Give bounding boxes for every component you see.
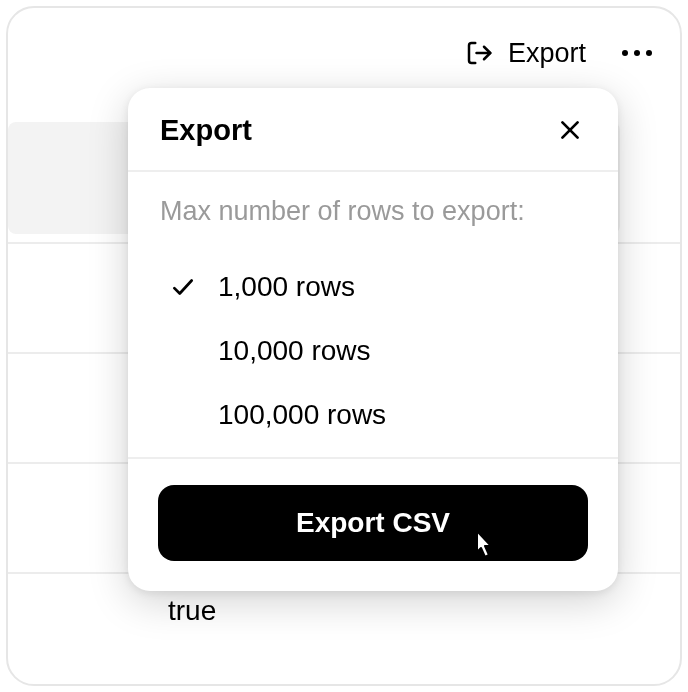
row-option-10000[interactable]: 10,000 rows (160, 319, 586, 383)
toolbar: Export (8, 8, 680, 98)
dialog-body: Max number of rows to export: 1,000 rows… (128, 172, 618, 457)
row-option-100000[interactable]: 100,000 rows (160, 383, 586, 447)
dialog-prompt: Max number of rows to export: (160, 196, 586, 227)
dialog-title: Export (160, 114, 252, 147)
close-icon (557, 117, 583, 143)
ellipsis-icon (622, 50, 628, 56)
ellipsis-icon (634, 50, 640, 56)
option-label: 1,000 rows (218, 271, 355, 303)
close-button[interactable] (552, 112, 588, 148)
table-cell-value: true (168, 595, 216, 627)
option-label: 10,000 rows (218, 335, 371, 367)
option-label: 100,000 rows (218, 399, 386, 431)
dialog-header: Export (128, 88, 618, 172)
export-csv-label: Export CSV (296, 507, 450, 538)
export-dialog: Export Max number of rows to export: (128, 88, 618, 591)
check-icon (168, 274, 198, 300)
ellipsis-icon (646, 50, 652, 56)
export-button-label: Export (508, 38, 586, 69)
app-window: Export true Export (6, 6, 682, 686)
export-icon (464, 38, 494, 68)
row-option-1000[interactable]: 1,000 rows (160, 255, 586, 319)
export-csv-button[interactable]: Export CSV (158, 485, 588, 561)
export-button[interactable]: Export (464, 38, 586, 69)
dialog-footer: Export CSV (128, 457, 618, 591)
more-menu-button[interactable] (614, 42, 660, 64)
